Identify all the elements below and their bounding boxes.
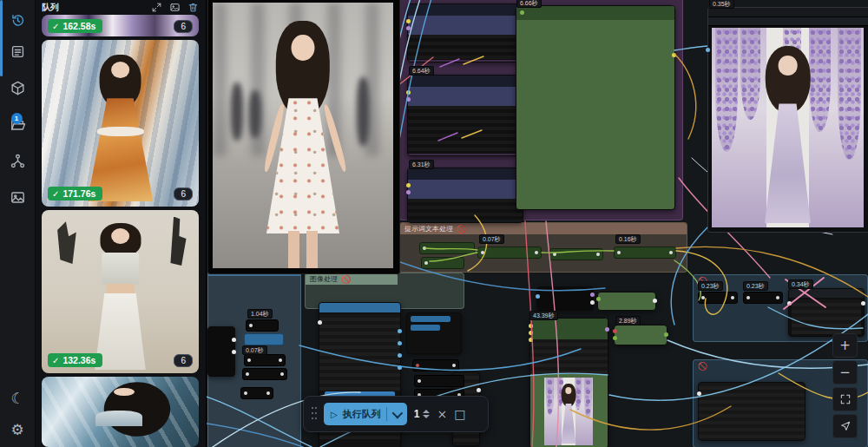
run-queue-button[interactable]: ▷ 执行队列 xyxy=(324,403,407,425)
text-node[interactable] xyxy=(698,382,806,441)
duration-badge: ✓ 162.58s xyxy=(48,19,102,33)
workflow-badge: 1 xyxy=(11,113,23,124)
moon-icon: ☾ xyxy=(10,390,23,407)
node-time-tag: 0.07秒 xyxy=(479,234,504,244)
check-icon: ✓ xyxy=(52,356,59,365)
conditioning-node[interactable] xyxy=(407,75,523,156)
conditioning-node[interactable] xyxy=(407,168,523,223)
sidebar-item-model-library[interactable] xyxy=(0,73,35,102)
pill-node[interactable] xyxy=(698,292,738,304)
small-node[interactable] xyxy=(536,286,594,311)
text-node[interactable] xyxy=(516,5,675,210)
node-graph-canvas[interactable]: 提示词文本处理 🚫 图像处理 🚫 🚫 🚫 6.64秒 6.31秒 6.66秒 xyxy=(206,0,868,447)
toolbar-drag-handle[interactable] xyxy=(311,405,317,423)
queue-header: 队列 xyxy=(35,0,206,15)
text-pill-node[interactable] xyxy=(549,248,603,260)
fit-view-button[interactable] xyxy=(832,387,858,411)
blocked-icon: 🚫 xyxy=(698,362,707,371)
pill-node[interactable] xyxy=(244,333,284,345)
duration-badge: ✓ 171.76s xyxy=(48,187,102,200)
output-count-badge: 6 xyxy=(174,187,193,200)
pill-node[interactable] xyxy=(242,368,287,380)
text-node[interactable] xyxy=(788,288,865,337)
node-time-tag: 1.04秒 xyxy=(247,309,273,319)
node-time-tag: 43.39秒 xyxy=(529,311,558,320)
queue-item[interactable]: ✓ 132.36s 6 xyxy=(42,210,199,373)
node-time-tag: 0.23秒 xyxy=(743,281,768,291)
pill-node[interactable] xyxy=(244,354,286,366)
node-time-tag: 6.66秒 xyxy=(516,0,542,8)
sidebar-item-workflows[interactable]: 1 xyxy=(0,109,35,139)
sidebar-item-gallery[interactable] xyxy=(0,182,35,212)
result-thumbnail xyxy=(42,40,199,207)
pill-node[interactable] xyxy=(414,375,464,387)
batch-count-value: 1 xyxy=(414,408,420,420)
queue-item[interactable]: ✓ 171.76s 6 xyxy=(42,40,199,207)
gear-icon: ⚙ xyxy=(10,421,23,438)
image-filter-button[interactable] xyxy=(169,2,181,13)
chevron-down-icon[interactable] xyxy=(391,407,403,418)
small-node[interactable] xyxy=(207,326,235,377)
result-thumbnail xyxy=(42,210,199,373)
pill-node[interactable] xyxy=(743,292,783,304)
sidebar-item-node-library[interactable] xyxy=(0,36,35,66)
batch-stepper[interactable] xyxy=(423,410,430,418)
text-pill-node[interactable] xyxy=(421,257,464,269)
cursor-arrow-icon xyxy=(839,420,852,432)
image-icon xyxy=(169,2,181,13)
select-mode-button[interactable] xyxy=(832,414,858,438)
pill-node[interactable] xyxy=(246,319,279,332)
generated-image xyxy=(712,28,864,227)
ksampler-node[interactable] xyxy=(529,318,608,447)
images-icon xyxy=(10,189,26,206)
node-time-tag: 0.16秒 xyxy=(615,234,641,244)
clear-queue-button[interactable]: × xyxy=(437,408,447,420)
queue-panel-title: 队列 xyxy=(42,2,144,14)
generated-image xyxy=(213,3,393,268)
play-icon: ▷ xyxy=(331,410,338,419)
trash-icon xyxy=(187,2,199,13)
stop-button[interactable]: □ xyxy=(454,408,465,420)
batch-count-control: 1 xyxy=(414,408,431,420)
small-node[interactable] xyxy=(597,292,656,311)
vae-decode-node[interactable] xyxy=(614,325,667,345)
result-thumbnail xyxy=(42,377,199,447)
queue-item[interactable] xyxy=(42,377,199,447)
node-time-tag: 6.31秒 xyxy=(409,160,434,169)
settings-button[interactable]: ⚙ xyxy=(0,415,35,444)
duration-badge: ✓ 132.36s xyxy=(48,353,102,367)
theme-toggle-button[interactable]: ☾ xyxy=(0,384,35,413)
expand-panel-button[interactable] xyxy=(151,2,162,13)
widget-node[interactable] xyxy=(406,312,462,354)
output-count-badge: 6 xyxy=(174,354,193,367)
check-icon: ✓ xyxy=(52,22,59,31)
zoom-in-button[interactable]: + xyxy=(832,333,858,358)
folder-open-icon: 1 xyxy=(10,116,26,133)
text-pill-node[interactable] xyxy=(419,242,475,254)
pill-node[interactable] xyxy=(240,387,273,399)
group-title: 提示词文本处理 xyxy=(404,224,453,233)
run-queue-label: 执行队列 xyxy=(343,408,381,421)
button-divider xyxy=(386,407,387,421)
image-preview-node[interactable] xyxy=(707,7,868,233)
queue-item[interactable]: ✓ 162.58s 6 xyxy=(42,15,199,36)
image-preview-node[interactable] xyxy=(207,0,400,274)
clear-history-button[interactable] xyxy=(187,2,199,13)
queue-panel: 队列 ✓ 162.58s 6 ✓ 171.76s 6 xyxy=(35,0,207,447)
conditioning-node[interactable] xyxy=(407,3,523,62)
zoom-out-button[interactable]: − xyxy=(832,360,858,385)
sidebar-item-queue-history[interactable] xyxy=(0,5,35,35)
sidebar-rail: 1 ☾ ⚙ xyxy=(0,0,36,447)
node-time-tag: 6.64秒 xyxy=(409,66,434,76)
sidebar-item-node-map[interactable] xyxy=(0,146,35,175)
blocked-icon: 🚫 xyxy=(341,275,351,284)
node-time-tag: 2.89秒 xyxy=(615,316,641,325)
text-pill-node[interactable] xyxy=(614,247,676,259)
text-pill-node[interactable] xyxy=(477,247,542,259)
canvas-nav-controls: + − xyxy=(832,333,856,438)
pill-node[interactable] xyxy=(412,359,459,371)
expand-icon xyxy=(151,2,162,13)
document-icon xyxy=(10,43,26,60)
output-count-badge: 6 xyxy=(174,20,193,33)
sitemap-icon xyxy=(10,153,26,169)
